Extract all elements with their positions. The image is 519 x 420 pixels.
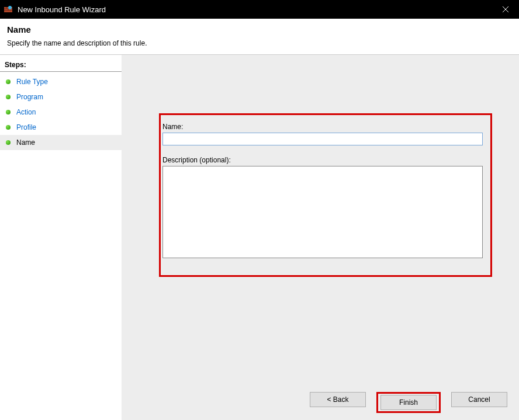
step-rule-type[interactable]: Rule Type [0, 74, 122, 89]
step-label: Profile [16, 123, 36, 131]
page-title: Name [7, 25, 512, 34]
name-label: Name: [162, 123, 489, 131]
page-subtitle: Specify the name and description of this… [7, 39, 512, 47]
step-bullet-icon [6, 125, 11, 130]
step-bullet-icon [6, 79, 11, 84]
step-label: Action [16, 108, 36, 116]
window-title: New Inbound Rule Wizard [18, 5, 106, 14]
steps-sidebar: Steps: Rule Type Program Action Profile … [0, 55, 122, 420]
wizard-header: Name Specify the name and description of… [0, 19, 519, 55]
cancel-button[interactable]: Cancel [451, 392, 507, 407]
titlebar: New Inbound Rule Wizard [0, 0, 519, 19]
name-input[interactable] [162, 133, 483, 145]
finish-button[interactable]: Finish [380, 395, 437, 410]
step-label: Program [16, 93, 43, 101]
step-program[interactable]: Program [0, 89, 122, 105]
steps-header: Steps: [0, 58, 122, 72]
back-button[interactable]: < Back [310, 392, 366, 407]
description-textarea[interactable] [162, 166, 483, 258]
step-label: Name [16, 138, 35, 147]
svg-point-6 [8, 6, 12, 9]
step-profile[interactable]: Profile [0, 120, 122, 135]
close-icon [503, 6, 508, 12]
annotation-highlight-finish: Finish [376, 392, 441, 413]
step-bullet-icon [6, 95, 11, 99]
wizard-buttons: < Back Finish Cancel [310, 392, 507, 413]
firewall-icon [4, 5, 13, 14]
step-bullet-icon [6, 140, 11, 145]
description-label: Description (optional): [162, 156, 489, 164]
main-panel: Name: Description (optional): < Back Fin… [122, 55, 519, 420]
step-action[interactable]: Action [0, 105, 122, 120]
close-button[interactable] [492, 0, 519, 19]
step-bullet-icon [6, 110, 11, 114]
step-name[interactable]: Name [0, 135, 122, 150]
step-label: Rule Type [16, 78, 48, 86]
